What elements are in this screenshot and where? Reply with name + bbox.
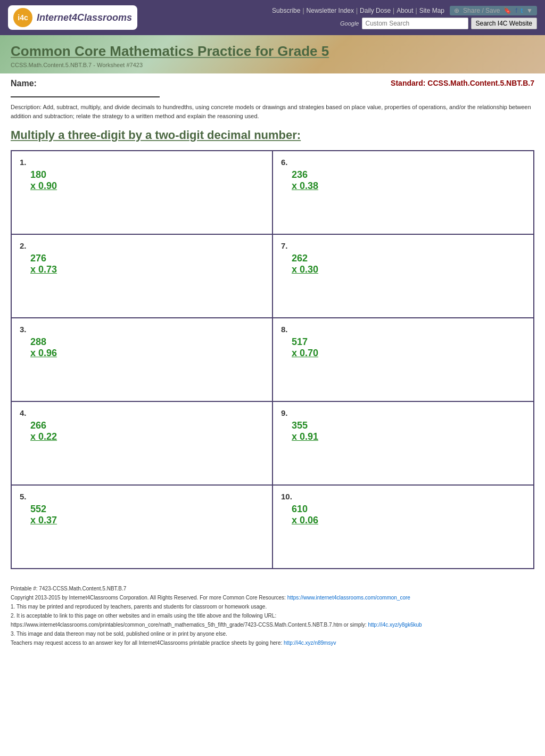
problem-top-1: 180 xyxy=(30,169,264,180)
problem-cell-6: 6. 236 x 0.38 xyxy=(273,151,533,234)
problem-multiplier-10: x 0.06 xyxy=(292,515,318,526)
twitter-icon: t xyxy=(521,7,523,14)
search-input[interactable] xyxy=(362,18,468,29)
search-button[interactable]: Search I4C Website xyxy=(471,18,538,29)
problem-multiplier-8: x 0.70 xyxy=(292,348,318,359)
problem-top-2: 276 xyxy=(30,253,264,264)
name-label: Name: xyxy=(11,79,160,88)
problem-cell-9: 9. 355 x 0.91 xyxy=(273,402,533,484)
problem-row-2: 2. 276 x 0.73 7. 262 x 0.30 xyxy=(12,235,533,318)
problem-number-10: 10. xyxy=(281,492,525,501)
problem-top-3: 288 xyxy=(30,336,264,348)
problem-multiplier-2: x 0.73 xyxy=(30,264,57,275)
problem-top-7: 262 xyxy=(292,253,525,264)
footer: Printable #: 7423-CCSS.Math.Content.5.NB… xyxy=(0,580,545,652)
problem-top-10: 610 xyxy=(292,504,525,515)
problem-top-6: 236 xyxy=(292,169,525,180)
problem-cell-8: 8. 517 x 0.70 xyxy=(273,318,533,401)
footer-answer-link[interactable]: http://i4c.xyz/n89msyv xyxy=(284,640,336,646)
search-bar: Google Search I4C Website xyxy=(340,18,537,29)
problem-top-8: 517 xyxy=(292,336,525,348)
footer-note3: 3. This image and data thereon may not b… xyxy=(11,629,534,638)
problem-grid: 1. 180 x 0.90 6. 236 x 0.38 2. 276 x 0.7… xyxy=(11,150,534,569)
footer-copyright-link[interactable]: https://www.internet4classrooms.com/comm… xyxy=(287,595,410,601)
problem-cell-2: 2. 276 x 0.73 xyxy=(12,235,273,317)
problem-row-1: 1. 180 x 0.90 6. 236 x 0.38 xyxy=(12,151,533,235)
problem-number-1: 1. xyxy=(20,158,264,167)
problem-number-4: 4. xyxy=(20,408,264,417)
problem-number-8: 8. xyxy=(281,325,525,334)
nav-about[interactable]: About xyxy=(397,7,413,14)
banner-subtitle: CCSS.Math.Content.5.NBT.B.7 - Worksheet … xyxy=(11,62,534,68)
nav-site-map[interactable]: Site Map xyxy=(419,7,444,14)
problem-cell-4: 4. 266 x 0.22 xyxy=(12,402,273,484)
footer-copyright: Copyright 2013-2015 by Internet4Classroo… xyxy=(11,593,534,602)
problem-number-3: 3. xyxy=(20,325,264,334)
logo-text: Internet4Classrooms xyxy=(37,12,132,23)
standard-label: Standard: CCSS.Math.Content.5.NBT.B.7 xyxy=(391,79,534,87)
name-line xyxy=(11,96,160,97)
problem-multiplier-9: x 0.91 xyxy=(292,431,318,442)
footer-note2: 2. It is acceptable to link to this page… xyxy=(11,611,534,620)
nav-daily-dose[interactable]: Daily Dose xyxy=(360,7,391,14)
problem-cell-10: 10. 610 x 0.06 xyxy=(273,486,533,568)
problem-multiplier-3: x 0.96 xyxy=(30,348,57,359)
share-save-button[interactable]: ⊕ Share / Save 🔖 f t ▼ xyxy=(450,6,537,15)
footer-printable: Printable #: 7423-CCSS.Math.Content.5.NB… xyxy=(11,584,534,593)
problem-top-9: 355 xyxy=(292,420,525,431)
logo-icon: i4c xyxy=(13,8,32,27)
nav-newsletter-index[interactable]: Newsletter Index xyxy=(307,7,354,14)
problem-multiplier-1: x 0.90 xyxy=(30,180,57,192)
expand-icon: ▼ xyxy=(526,7,533,14)
worksheet-title: Multiply a three-digit by a two-digit de… xyxy=(11,128,534,142)
name-field-area: Name: xyxy=(11,79,160,97)
problem-cell-3: 3. 288 x 0.96 xyxy=(12,318,273,401)
banner-title: Common Core Mathematics Practice for Gra… xyxy=(11,43,534,60)
problem-number-5: 5. xyxy=(20,492,264,501)
nav-bar: Subscribe | Newsletter Index | Daily Dos… xyxy=(272,6,537,15)
google-label: Google xyxy=(340,20,359,27)
problem-multiplier-5: x 0.37 xyxy=(30,515,57,526)
problem-row-4: 4. 266 x 0.22 9. 355 x 0.91 xyxy=(12,402,533,486)
problem-number-9: 9. xyxy=(281,408,525,417)
problem-cell-7: 7. 262 x 0.30 xyxy=(273,235,533,317)
nav-subscribe[interactable]: Subscribe xyxy=(272,7,300,14)
problem-cell-5: 5. 552 x 0.37 xyxy=(12,486,273,568)
problem-multiplier-4: x 0.22 xyxy=(30,431,57,442)
problem-multiplier-6: x 0.38 xyxy=(292,180,318,192)
problem-top-4: 266 xyxy=(30,420,264,431)
logo[interactable]: i4c Internet4Classrooms xyxy=(8,5,137,30)
problem-number-7: 7. xyxy=(281,241,525,250)
footer-answer-key: Teachers may request access to an answer… xyxy=(11,638,534,647)
name-section: Name: Standard: CCSS.Math.Content.5.NBT.… xyxy=(11,79,534,97)
problem-row-3: 3. 288 x 0.96 8. 517 x 0.70 xyxy=(12,318,533,402)
problem-number-2: 2. xyxy=(20,241,264,250)
problem-top-5: 552 xyxy=(30,504,264,515)
description: Description: Add, subtract, multiply, an… xyxy=(11,103,534,120)
problem-multiplier-7: x 0.30 xyxy=(292,264,318,275)
facebook-icon: f xyxy=(515,7,517,14)
problem-row-5: 5. 552 x 0.37 10. 610 x 0.06 xyxy=(12,486,533,568)
banner: Common Core Mathematics Practice for Gra… xyxy=(0,35,545,73)
share-icon: ⊕ xyxy=(454,7,459,14)
footer-url-short[interactable]: http://i4c.xyz/y8gk6kub xyxy=(368,622,422,628)
main-content: Name: Standard: CCSS.Math.Content.5.NBT.… xyxy=(0,73,545,580)
header: i4c Internet4Classrooms Subscribe | News… xyxy=(0,0,545,35)
problem-number-6: 6. xyxy=(281,158,525,167)
problem-cell-1: 1. 180 x 0.90 xyxy=(12,151,273,234)
footer-note1: 1. This may be printed and reproduced by… xyxy=(11,602,534,611)
footer-url: https://www.internet4classrooms.com/prin… xyxy=(11,620,534,629)
bookmark-icon: 🔖 xyxy=(503,7,511,14)
